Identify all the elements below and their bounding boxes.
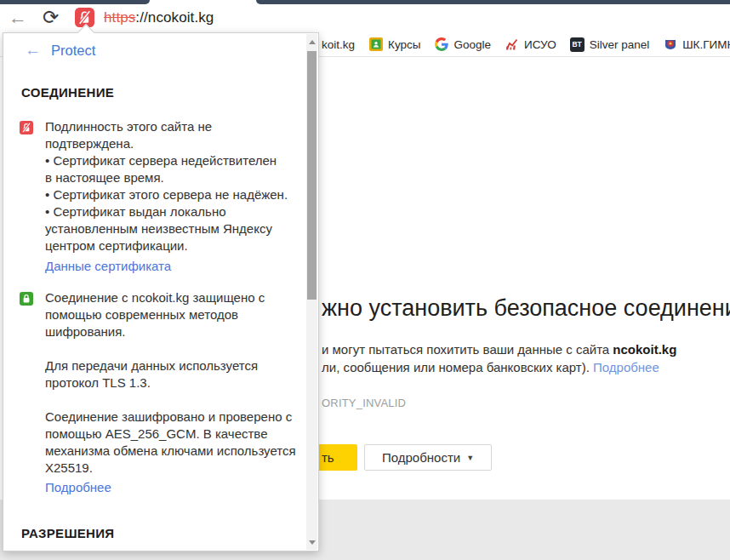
secure-lock-icon bbox=[20, 292, 33, 306]
error-warning-line2: ли, сообщения или номера банковских карт… bbox=[322, 360, 659, 374]
bt-badge-icon: BT bbox=[570, 37, 585, 52]
back-icon[interactable]: ← bbox=[25, 42, 41, 59]
classroom-icon bbox=[368, 37, 383, 52]
scroll-up-arrow-icon[interactable] bbox=[306, 36, 317, 48]
bookmark-isuo[interactable]: ИСУО bbox=[505, 37, 562, 52]
bookmark-label: Silver panel bbox=[590, 38, 650, 51]
cipher-details-text: Соединение зашифровано и проверено с пом… bbox=[45, 409, 311, 477]
bookmark-label: ШК.ГИМНН№13 bbox=[682, 38, 730, 51]
bookmark-label: Курсы bbox=[388, 38, 420, 51]
bookmark-kursy[interactable]: Курсы bbox=[368, 37, 426, 52]
encryption-summary-text: Соединение с ncokoit.kg защищено с помощ… bbox=[45, 289, 311, 340]
details-button[interactable]: Подробности ▼ bbox=[364, 444, 492, 471]
caret-down-icon: ▼ bbox=[466, 454, 474, 462]
permissions-section-header: РАЗРЕШЕНИЯ bbox=[21, 526, 114, 540]
learn-more-link[interactable]: Подробнее bbox=[593, 360, 659, 374]
bookmark-label: ИСУО bbox=[524, 38, 556, 51]
bookmark-google[interactable]: Google bbox=[434, 37, 497, 52]
school-emblem-icon bbox=[663, 37, 677, 52]
error-warning-line1: и могут пытаться похитить ваши данные с … bbox=[322, 342, 676, 357]
bookmark-label: Google bbox=[453, 38, 491, 51]
bookmark-label: koit.kg bbox=[322, 38, 355, 51]
address-bar[interactable]: https://ncokoit.kg bbox=[104, 9, 214, 26]
protect-title[interactable]: Protect bbox=[51, 43, 95, 59]
connection-section-header: СОЕДИНЕНИЕ bbox=[21, 85, 114, 100]
details-button-label: Подробности bbox=[382, 450, 460, 465]
scrollbar-thumb[interactable] bbox=[307, 51, 317, 300]
site-name: ncokoit.kg bbox=[613, 342, 676, 357]
bookmark-silver-panel[interactable]: BT Silver panel bbox=[570, 37, 656, 52]
protect-panel: ← Protect СОЕДИНЕНИЕ Подлинность этого с… bbox=[3, 32, 319, 551]
panel-scrollbar[interactable] bbox=[306, 34, 317, 550]
protect-panel-header: ← Protect bbox=[3, 39, 95, 61]
refresh-icon[interactable]: ⟳ bbox=[43, 4, 59, 31]
certificate-warning-text: Подлинность этого сайта не подтверждена.… bbox=[45, 118, 311, 254]
error-code: ORITY_INVALID bbox=[322, 397, 406, 409]
google-g-icon bbox=[434, 37, 448, 52]
certificate-invalid-icon bbox=[20, 121, 33, 134]
encryption-more-link[interactable]: Подробнее bbox=[45, 480, 111, 494]
certificate-details-link[interactable]: Данные сертификата bbox=[45, 259, 171, 273]
scroll-down-arrow-icon[interactable] bbox=[306, 536, 317, 548]
red-chart-icon bbox=[505, 37, 519, 52]
bookmark-school[interactable]: ШК.ГИМНН№13 bbox=[663, 37, 730, 52]
tls-protocol-text: Для передачи данных используется протоко… bbox=[45, 357, 311, 391]
bookmark-ncokoit[interactable]: koit.kg bbox=[322, 38, 361, 51]
url-scheme-struck: https bbox=[104, 9, 135, 26]
url-host: ://ncokoit.kg bbox=[135, 9, 214, 26]
browser-toolbar: ← ⟳ https://ncokoit.kg bbox=[0, 4, 730, 32]
back-icon[interactable]: ← bbox=[9, 5, 27, 31]
error-page-title: жно установить безопасное соединение bbox=[322, 295, 730, 322]
